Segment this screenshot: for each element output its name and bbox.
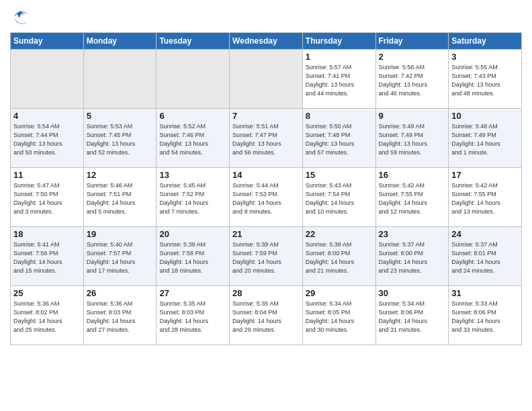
day-cell: 5Sunrise: 5:53 AM Sunset: 7:45 PM Daylig… <box>83 109 157 168</box>
day-cell: 11Sunrise: 5:47 AM Sunset: 7:50 PM Dayli… <box>11 168 84 227</box>
day-cell: 4Sunrise: 5:54 AM Sunset: 7:44 PM Daylig… <box>11 109 84 168</box>
header <box>10 7 522 27</box>
day-cell: 26Sunrise: 5:36 AM Sunset: 8:03 PM Dayli… <box>83 286 157 345</box>
day-number: 3 <box>451 52 519 62</box>
day-cell: 23Sunrise: 5:37 AM Sunset: 8:00 PM Dayli… <box>375 227 449 286</box>
day-cell: 20Sunrise: 5:39 AM Sunset: 7:58 PM Dayli… <box>157 227 230 286</box>
day-cell: 19Sunrise: 5:40 AM Sunset: 7:57 PM Dayli… <box>83 227 157 286</box>
col-header-saturday: Saturday <box>449 33 522 50</box>
day-cell: 15Sunrise: 5:43 AM Sunset: 7:54 PM Dayli… <box>302 168 375 227</box>
day-cell: 17Sunrise: 5:42 AM Sunset: 7:55 PM Dayli… <box>449 168 522 227</box>
day-number: 10 <box>451 111 519 121</box>
day-number: 18 <box>13 229 81 239</box>
day-number: 6 <box>159 111 226 121</box>
day-info: Sunrise: 5:41 AM Sunset: 7:56 PM Dayligh… <box>13 240 81 275</box>
day-info: Sunrise: 5:36 AM Sunset: 8:03 PM Dayligh… <box>87 300 154 334</box>
day-number: 5 <box>87 111 154 121</box>
day-info: Sunrise: 5:42 AM Sunset: 7:55 PM Dayligh… <box>379 181 446 216</box>
day-info: Sunrise: 5:48 AM Sunset: 7:49 PM Dayligh… <box>451 122 519 157</box>
day-info: Sunrise: 5:40 AM Sunset: 7:57 PM Dayligh… <box>87 240 154 275</box>
day-cell: 10Sunrise: 5:48 AM Sunset: 7:49 PM Dayli… <box>449 109 522 168</box>
day-number: 15 <box>306 170 373 180</box>
day-cell: 31Sunrise: 5:33 AM Sunset: 8:06 PM Dayli… <box>449 286 522 345</box>
day-info: Sunrise: 5:42 AM Sunset: 7:55 PM Dayligh… <box>451 181 519 216</box>
day-cell <box>230 50 303 109</box>
day-number: 25 <box>13 288 81 298</box>
day-info: Sunrise: 5:51 AM Sunset: 7:47 PM Dayligh… <box>232 122 300 157</box>
day-info: Sunrise: 5:45 AM Sunset: 7:52 PM Dayligh… <box>159 181 226 216</box>
day-info: Sunrise: 5:53 AM Sunset: 7:45 PM Dayligh… <box>87 122 154 157</box>
svg-rect-0 <box>10 7 30 27</box>
col-header-wednesday: Wednesday <box>230 33 303 50</box>
day-info: Sunrise: 5:34 AM Sunset: 8:06 PM Dayligh… <box>379 300 446 334</box>
day-number: 17 <box>451 170 519 180</box>
day-cell: 2Sunrise: 5:56 AM Sunset: 7:42 PM Daylig… <box>375 50 449 109</box>
day-info: Sunrise: 5:55 AM Sunset: 7:43 PM Dayligh… <box>451 63 519 98</box>
day-number: 9 <box>379 111 446 121</box>
day-cell: 6Sunrise: 5:52 AM Sunset: 7:46 PM Daylig… <box>157 109 230 168</box>
day-cell: 13Sunrise: 5:45 AM Sunset: 7:52 PM Dayli… <box>157 168 230 227</box>
day-number: 13 <box>159 170 226 180</box>
day-info: Sunrise: 5:47 AM Sunset: 7:50 PM Dayligh… <box>13 181 81 216</box>
day-cell: 7Sunrise: 5:51 AM Sunset: 7:47 PM Daylig… <box>230 109 303 168</box>
day-number: 2 <box>379 52 446 62</box>
day-cell: 12Sunrise: 5:46 AM Sunset: 7:51 PM Dayli… <box>83 168 157 227</box>
day-number: 19 <box>87 229 154 239</box>
day-number: 24 <box>451 229 519 239</box>
day-number: 20 <box>159 229 226 239</box>
day-info: Sunrise: 5:54 AM Sunset: 7:44 PM Dayligh… <box>13 122 81 157</box>
day-info: Sunrise: 5:34 AM Sunset: 8:05 PM Dayligh… <box>306 300 373 334</box>
day-info: Sunrise: 5:43 AM Sunset: 7:54 PM Dayligh… <box>306 181 373 216</box>
day-cell: 27Sunrise: 5:35 AM Sunset: 8:03 PM Dayli… <box>157 286 230 345</box>
logo <box>10 7 32 27</box>
day-cell: 9Sunrise: 5:49 AM Sunset: 7:49 PM Daylig… <box>375 109 449 168</box>
col-header-sunday: Sunday <box>11 33 84 50</box>
logo-icon <box>10 7 30 27</box>
day-cell: 22Sunrise: 5:38 AM Sunset: 8:00 PM Dayli… <box>302 227 375 286</box>
day-cell: 16Sunrise: 5:42 AM Sunset: 7:55 PM Dayli… <box>375 168 449 227</box>
day-cell <box>11 50 84 109</box>
day-number: 12 <box>87 170 154 180</box>
day-number: 22 <box>306 229 373 239</box>
day-cell <box>83 50 157 109</box>
calendar-table: SundayMondayTuesdayWednesdayThursdayFrid… <box>10 32 522 345</box>
week-row-3: 11Sunrise: 5:47 AM Sunset: 7:50 PM Dayli… <box>11 168 522 227</box>
week-row-4: 18Sunrise: 5:41 AM Sunset: 7:56 PM Dayli… <box>11 227 522 286</box>
day-info: Sunrise: 5:39 AM Sunset: 7:58 PM Dayligh… <box>159 240 226 275</box>
day-info: Sunrise: 5:50 AM Sunset: 7:48 PM Dayligh… <box>306 122 373 157</box>
day-number: 28 <box>232 288 300 298</box>
day-cell: 14Sunrise: 5:44 AM Sunset: 7:53 PM Dayli… <box>230 168 303 227</box>
day-number: 21 <box>232 229 300 239</box>
day-cell: 30Sunrise: 5:34 AM Sunset: 8:06 PM Dayli… <box>375 286 449 345</box>
col-header-tuesday: Tuesday <box>157 33 230 50</box>
day-info: Sunrise: 5:35 AM Sunset: 8:03 PM Dayligh… <box>159 300 226 334</box>
col-header-friday: Friday <box>375 33 449 50</box>
day-info: Sunrise: 5:44 AM Sunset: 7:53 PM Dayligh… <box>232 181 300 216</box>
day-number: 8 <box>306 111 373 121</box>
day-cell <box>157 50 230 109</box>
day-number: 23 <box>379 229 446 239</box>
day-number: 29 <box>306 288 373 298</box>
day-cell: 3Sunrise: 5:55 AM Sunset: 7:43 PM Daylig… <box>449 50 522 109</box>
day-number: 27 <box>159 288 226 298</box>
day-number: 31 <box>451 288 519 298</box>
day-info: Sunrise: 5:33 AM Sunset: 8:06 PM Dayligh… <box>451 300 519 334</box>
week-row-5: 25Sunrise: 5:36 AM Sunset: 8:02 PM Dayli… <box>11 286 522 345</box>
day-number: 4 <box>13 111 81 121</box>
day-info: Sunrise: 5:37 AM Sunset: 8:00 PM Dayligh… <box>379 240 446 275</box>
day-info: Sunrise: 5:39 AM Sunset: 7:59 PM Dayligh… <box>232 240 300 275</box>
day-number: 14 <box>232 170 300 180</box>
day-number: 30 <box>379 288 446 298</box>
day-number: 16 <box>379 170 446 180</box>
page: SundayMondayTuesdayWednesdayThursdayFrid… <box>0 0 532 411</box>
day-info: Sunrise: 5:35 AM Sunset: 8:04 PM Dayligh… <box>232 300 300 334</box>
day-cell: 24Sunrise: 5:37 AM Sunset: 8:01 PM Dayli… <box>449 227 522 286</box>
day-number: 7 <box>232 111 300 121</box>
day-info: Sunrise: 5:56 AM Sunset: 7:42 PM Dayligh… <box>379 63 446 98</box>
day-cell: 28Sunrise: 5:35 AM Sunset: 8:04 PM Dayli… <box>230 286 303 345</box>
day-cell: 25Sunrise: 5:36 AM Sunset: 8:02 PM Dayli… <box>11 286 84 345</box>
col-header-thursday: Thursday <box>302 33 375 50</box>
day-number: 1 <box>306 52 373 62</box>
col-header-monday: Monday <box>83 33 157 50</box>
day-cell: 1Sunrise: 5:57 AM Sunset: 7:41 PM Daylig… <box>302 50 375 109</box>
